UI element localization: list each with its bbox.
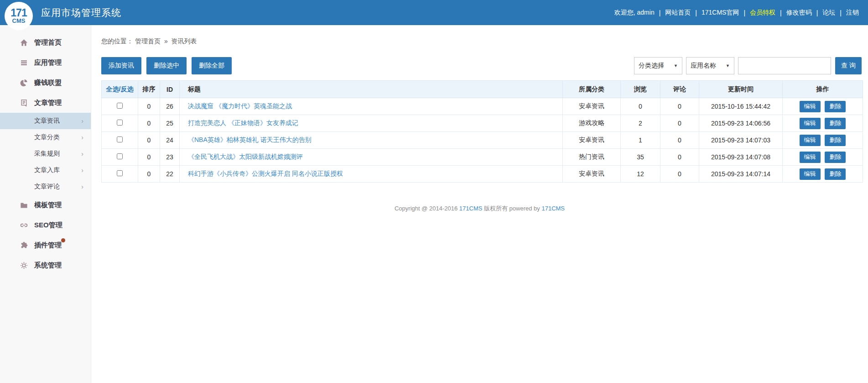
- sidebar-item-label: 赚钱联盟: [34, 79, 62, 87]
- edit-button[interactable]: 编辑: [800, 152, 821, 163]
- cell-id: 22: [160, 166, 180, 183]
- search-button[interactable]: 查 询: [835, 57, 862, 74]
- app-name-select-value: 应用名称: [691, 62, 716, 70]
- cell-comments: 0: [660, 115, 699, 132]
- footer-171cms-link[interactable]: 171CMS: [541, 205, 565, 212]
- home-icon: [20, 39, 28, 47]
- link-logout[interactable]: 注销: [844, 9, 861, 17]
- sidebar-item-label: 插件管理: [34, 241, 62, 250]
- edit-button[interactable]: 编辑: [800, 101, 821, 112]
- cell-views: 1: [621, 132, 660, 149]
- divider: |: [777, 9, 785, 16]
- cell-category: 安卓资讯: [563, 166, 621, 183]
- chevron-right-icon: ›: [81, 134, 83, 141]
- delete-selected-button[interactable]: 删除选中: [146, 57, 187, 74]
- sidebar-subitem-article-category[interactable]: 文章分类 ›: [0, 129, 91, 146]
- divider: |: [656, 9, 664, 16]
- article-icon: [20, 99, 28, 107]
- news-title-link[interactable]: 科幻手游《小兵传奇》公测火爆开启 同名小说正版授权: [188, 170, 343, 177]
- sidebar-subitem-label: 采集规则: [34, 150, 60, 158]
- breadcrumb-prefix: 您的位置：: [101, 37, 133, 45]
- list-icon: [20, 59, 28, 67]
- delete-all-button[interactable]: 删除全部: [192, 57, 232, 74]
- news-title-link[interactable]: 《全民飞机大战》太阳级新战机嫦娥测评: [188, 153, 303, 160]
- sidebar-item-app-management[interactable]: 应用管理: [0, 52, 91, 73]
- category-select-value: 分类选择: [639, 62, 664, 70]
- delete-button[interactable]: 删除: [825, 101, 846, 112]
- row-checkbox[interactable]: [117, 136, 123, 142]
- divider: |: [814, 9, 821, 16]
- cell-views: 2: [621, 115, 660, 132]
- column-header-id: ID: [160, 81, 180, 98]
- cell-views: 0: [621, 98, 660, 115]
- sidebar-subitem-collection-rules[interactable]: 采集规则 ›: [0, 146, 91, 162]
- add-news-button[interactable]: 添加资讯: [101, 57, 141, 74]
- copyright-text: Copyright @ 2014-2016: [395, 205, 459, 212]
- breadcrumb-separator: »: [164, 37, 168, 45]
- sidebar-item-seo-management[interactable]: SEO管理: [0, 215, 91, 235]
- breadcrumb-home-link[interactable]: 管理首页: [135, 37, 161, 45]
- main-content: 您的位置：管理首页 » 资讯列表 添加资讯 删除选中 删除全部 分类选择 ▼ 应…: [91, 25, 868, 383]
- cell-comments: 0: [660, 132, 699, 149]
- row-checkbox[interactable]: [117, 153, 123, 159]
- column-header-views: 浏览: [621, 81, 660, 98]
- cell-comments: 0: [660, 166, 699, 183]
- column-header-category: 所属分类: [563, 81, 621, 98]
- sidebar-item-article-management[interactable]: 文章管理: [0, 93, 91, 113]
- sidebar-item-plugin-management[interactable]: 插件管理: [0, 235, 91, 255]
- cell-sort: 0: [138, 132, 160, 149]
- select-all-toggle[interactable]: 全选/反选: [102, 81, 138, 98]
- news-title-link[interactable]: 决战魔窟 《魔力时代》英魂圣能之战: [188, 102, 292, 110]
- sidebar-item-template-management[interactable]: 模板管理: [0, 195, 91, 215]
- table-row: 0 22 科幻手游《小兵传奇》公测火爆开启 同名小说正版授权 安卓资讯 12 0…: [102, 166, 863, 183]
- sidebar-item-money-alliance[interactable]: 赚钱联盟: [0, 73, 91, 93]
- chevron-right-icon: ›: [81, 184, 83, 190]
- column-header-updated: 更新时间: [699, 81, 783, 98]
- delete-button[interactable]: 删除: [825, 152, 846, 163]
- filter-group: 分类选择 ▼ 应用名称 ▼ 查 询: [630, 57, 862, 74]
- sidebar-item-label: 应用管理: [34, 58, 62, 67]
- sidebar-item-dashboard[interactable]: 管理首页: [0, 32, 91, 52]
- news-title-link[interactable]: 《NBA英雄》柏林英雄礼 诺天王伟大的告别: [188, 136, 312, 143]
- divider: |: [741, 9, 748, 16]
- cell-views: 35: [621, 149, 660, 166]
- chevron-right-icon: ›: [81, 167, 83, 173]
- footer-171cms-link[interactable]: 171CMS: [459, 205, 483, 212]
- sidebar-subitem-article-import[interactable]: 文章入库 ›: [0, 162, 91, 178]
- link-site-home[interactable]: 网站首页: [663, 9, 692, 17]
- table-header-row: 全选/反选 排序 ID 标题 所属分类 浏览 评论 更新时间 操作: [102, 81, 863, 98]
- edit-button[interactable]: 编辑: [800, 168, 821, 180]
- delete-button[interactable]: 删除: [825, 135, 846, 146]
- cell-category: 安卓资讯: [563, 98, 621, 115]
- divider: |: [692, 9, 700, 16]
- cell-sort: 0: [138, 115, 160, 132]
- search-input[interactable]: [738, 57, 831, 74]
- sidebar-item-system-management[interactable]: 系统管理: [0, 255, 91, 275]
- column-header-sort: 排序: [138, 81, 160, 98]
- link-171cms-official[interactable]: 171CMS官网: [700, 9, 741, 17]
- link-forum[interactable]: 论坛: [821, 9, 837, 17]
- link-member-privilege[interactable]: 会员特权: [748, 9, 777, 17]
- sidebar-subitem-article-comments[interactable]: 文章评论 ›: [0, 178, 91, 195]
- row-checkbox[interactable]: [117, 120, 123, 126]
- sidebar-item-label: 文章管理: [34, 99, 62, 107]
- edit-button[interactable]: 编辑: [800, 135, 821, 146]
- news-title-link[interactable]: 打造完美恋人 《正妹物语》女友养成记: [188, 119, 298, 126]
- edit-button[interactable]: 编辑: [800, 118, 821, 129]
- row-checkbox[interactable]: [117, 170, 123, 176]
- delete-button[interactable]: 删除: [825, 168, 846, 180]
- sidebar-subitem-article-news[interactable]: 文章资讯 ›: [0, 113, 91, 129]
- row-checkbox[interactable]: [117, 103, 123, 109]
- cell-sort: 0: [138, 149, 160, 166]
- sidebar-item-label: 模板管理: [34, 201, 62, 210]
- chevron-right-icon: ›: [81, 118, 83, 124]
- column-header-comments: 评论: [660, 81, 699, 98]
- app-name-select[interactable]: 应用名称 ▼: [686, 57, 734, 74]
- delete-button[interactable]: 删除: [825, 118, 846, 129]
- cell-updated: 2015-10-16 15:44:42: [699, 98, 783, 115]
- link-change-password[interactable]: 修改密码: [785, 9, 814, 17]
- cell-updated: 2015-09-23 14:07:08: [699, 149, 783, 166]
- cell-id: 23: [160, 149, 180, 166]
- cell-sort: 0: [138, 166, 160, 183]
- category-select[interactable]: 分类选择 ▼: [634, 57, 682, 74]
